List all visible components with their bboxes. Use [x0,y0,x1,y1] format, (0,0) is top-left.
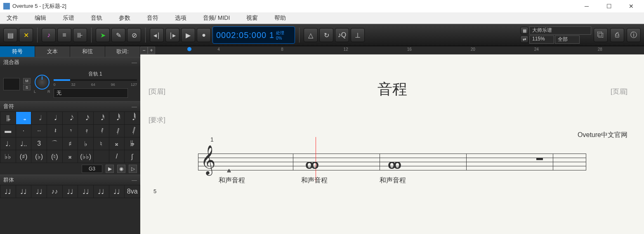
lyric-text[interactable]: 和声音程 [219,176,245,185]
minimize-button[interactable]: ─ [577,0,596,12]
instrument-select[interactable]: 无 [54,88,128,98]
stop-button[interactable]: ∣▸ [165,28,179,42]
volume-slider[interactable] [54,79,137,81]
note-cell[interactable]: / [109,150,125,163]
score-title[interactable]: 音程 [149,79,636,99]
note-cell[interactable]: 𝅘𝅥 [47,112,62,124]
note-cell[interactable]: 𝅀 [94,125,109,137]
page-header-right[interactable]: [页眉] [611,87,627,96]
group-cell[interactable]: ♩♩ [16,185,31,198]
note-cell[interactable]: 𝅁 [109,125,125,137]
note-cell[interactable]: 𝅘𝅥𝅲 [125,112,140,124]
tab-symbols[interactable]: 符号 [0,46,35,57]
note-cell[interactable]: 𝄽 [47,125,62,137]
note-color-button[interactable]: ◉ [117,165,125,173]
playhead-marker[interactable] [187,47,191,51]
note-cell[interactable]: 𝅗𝅥 [31,112,47,124]
requirement-label[interactable]: [要求] [149,116,636,125]
lyric-text[interactable]: 和声音程 [380,176,406,185]
group-cell[interactable]: ♩♩ [31,185,47,198]
note-cell[interactable]: 𝅂 [125,125,140,137]
note-pitch-input[interactable] [82,165,102,173]
menu-audio-midi[interactable]: 音频/ MIDI [201,14,232,23]
pan-knob[interactable] [35,75,50,90]
note-cell[interactable]: 𝄾 [63,125,78,137]
group-cell[interactable]: ♪♪ [47,185,62,198]
score-page[interactable]: [页眉] [页眉] 音程 [要求] Oveture中文官网 1 𝄞 [140,54,644,234]
mixer-tool-button[interactable]: ⊪ [73,28,87,42]
note-cell[interactable]: (♮) [47,150,62,163]
arrow-tool-button[interactable]: ➤ [96,28,110,42]
groups-minimize-icon[interactable]: — [132,177,137,183]
note-tool-button[interactable]: ♪ [42,28,56,42]
note-cell[interactable]: 3 [31,137,47,150]
note-cell[interactable]: ▬ [0,125,16,137]
composer-label[interactable]: Oveture中文官网 [578,131,627,139]
menu-edit[interactable]: 编辑 [32,14,49,23]
note-cell[interactable]: (♭) [31,150,47,163]
note-cell[interactable]: (♯) [16,150,31,163]
note-cell[interactable]: ♩.. [16,137,31,150]
notes-minimize-icon[interactable]: — [132,104,137,110]
group-cell[interactable]: ♩♩ [109,185,125,198]
note-cell[interactable]: ♯ [63,137,78,150]
zoom-select[interactable]: 115% [529,35,554,44]
group-cell[interactable]: 8va [125,185,140,198]
metronome-button[interactable]: △ [304,28,318,42]
menu-options[interactable]: 选项 [172,14,189,23]
staff-system[interactable]: 𝄞 𝅈 oo oo 和声音程 和声音程 和声音程 [198,145,586,178]
group-cell[interactable]: ♩♩ [0,185,16,198]
erase-tool-button[interactable]: ⊘ [127,28,141,42]
note-cell[interactable]: 𝅘𝅥𝅰 [94,112,109,124]
tab-lyrics[interactable]: 歌词: [105,46,140,57]
note-cell[interactable]: ·· [31,125,47,137]
tools-button[interactable]: ✕ [19,28,33,42]
page-header-left[interactable]: [页眉] [149,87,165,96]
template-icon[interactable]: ▦ [520,27,528,34]
note-cell[interactable]: ♩. [0,137,16,150]
note-cell[interactable]: ⌒ [47,137,62,150]
note-cell[interactable]: 𝅝 [16,112,31,124]
group-cell[interactable]: ♩♩ [63,185,78,198]
play-button[interactable]: ▶ [181,28,195,42]
note-cell[interactable]: 𝅘𝅥𝅯 [78,112,93,124]
chord-note[interactable]: oo [388,157,399,172]
camera-button[interactable]: ⎙ [610,28,624,42]
filter-select[interactable]: 全部 [555,35,580,44]
copy-button[interactable]: ⿻ [594,28,608,42]
panel-toggle-button[interactable]: ▤ [3,28,17,42]
ruler-minus-button[interactable]: − [140,47,148,54]
menu-window[interactable]: 视窗 [244,14,260,23]
menu-score[interactable]: 乐谱 [60,14,77,23]
mute-button[interactable]: M [23,78,31,84]
mixer-minimize-icon[interactable]: — [132,59,137,66]
template-select[interactable]: 大师乐谱 [529,26,591,35]
note-cell[interactable]: ʃ [125,150,140,163]
menu-notes[interactable]: 音符 [144,14,161,23]
quantize-button[interactable]: ♪Q [335,28,349,42]
note-cell[interactable]: (♭♭) [78,150,93,163]
note-cell[interactable]: 𝄪 [63,150,78,163]
snap-button[interactable]: ⊥ [351,28,365,42]
note-cell[interactable]: ♭♭ [0,150,16,163]
note-cell[interactable]: ♭ [78,137,93,150]
info-button[interactable]: ⓘ [627,28,641,42]
note-play-button[interactable]: ▶ [106,165,114,173]
note-cell[interactable]: 𝄪 [109,137,125,150]
timeline-ruler[interactable]: − + 4 8 12 16 20 24 28 [140,46,644,54]
menu-params[interactable]: 参数 [116,14,133,23]
note-cell[interactable]: |𝅝| [0,112,16,124]
tab-text[interactable]: 文本 [35,46,70,57]
pencil-tool-button[interactable]: ✎ [111,28,125,42]
close-button[interactable]: ✕ [622,0,641,12]
loop-button[interactable]: ↻ [319,28,333,42]
transport-display[interactable]: 0002:05:000 1 处理0% [212,26,295,44]
note-cell[interactable] [94,150,109,163]
note-cell[interactable]: 𝅘𝅥𝅮 [63,112,78,124]
note-cell[interactable]: · [16,125,31,137]
note-next-button[interactable]: ▷ [129,165,137,173]
ruler-plus-button[interactable]: + [148,47,155,54]
note-cell[interactable]: 𝅘𝅥𝅱 [109,112,125,124]
solo-button[interactable]: S [23,85,31,90]
menu-help[interactable]: 帮助 [272,14,288,23]
